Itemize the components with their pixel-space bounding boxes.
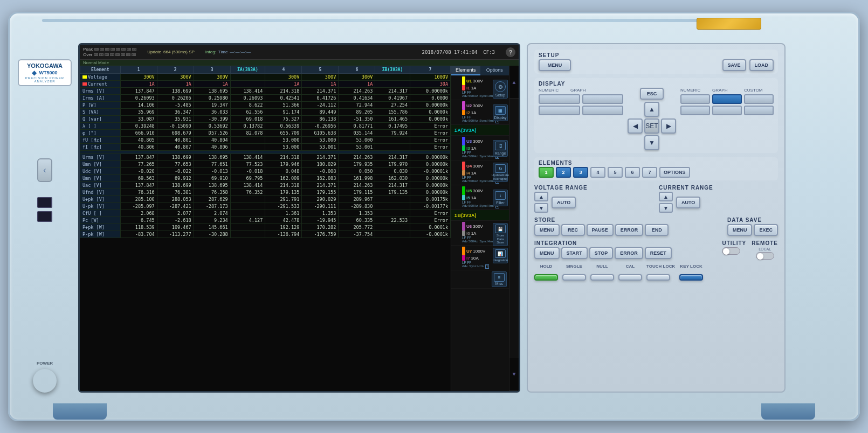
elem-color-u1: [462, 76, 465, 85]
start-btn[interactable]: START: [561, 247, 588, 259]
nav-up-btn[interactable]: ▲: [644, 102, 659, 117]
local-label: LOCAL: [759, 247, 771, 251]
display-btn[interactable]: ▦ Display: [493, 104, 508, 121]
store-datasave-btn[interactable]: 💾 StoreData Save: [493, 223, 508, 246]
integ-label: Integ:: [205, 50, 216, 54]
int-menu-btn[interactable]: MENU: [534, 247, 560, 259]
foot-bumper-left: [53, 403, 107, 420]
i-sigma-b: [375, 81, 410, 88]
element-row-1: U1 300V I1 1A LF FF Adv 500Hz: [451, 75, 509, 100]
hold-btn[interactable]: [534, 274, 558, 281]
tab-options[interactable]: Options: [480, 66, 509, 75]
table-row: Urms [V]137.847138.699138.695138.414214.…: [80, 154, 451, 161]
graph-label: GRAPH: [570, 88, 600, 93]
display-section: DISPLAY NUMERIC GRAPH: [534, 78, 778, 153]
range-btn[interactable]: ⇕ Range: [493, 140, 508, 157]
pause-btn[interactable]: PAUSE: [587, 224, 614, 236]
elem-btn-1[interactable]: 1: [539, 167, 554, 178]
elem-1-lfff: LF FF: [462, 90, 471, 94]
setup-btn[interactable]: ⚙ Setup: [493, 80, 508, 99]
table-row: Irms [A]0.260930.262060.259800.260930.42…: [80, 95, 451, 102]
current-range-down[interactable]: ▼: [659, 203, 673, 213]
elem-1-adv: Adv 500Hz: [462, 94, 478, 99]
null-btn[interactable]: [590, 274, 614, 281]
tab-elements[interactable]: Elements: [451, 66, 480, 75]
nav-down-btn[interactable]: ▼: [644, 135, 659, 150]
nav-right-btn[interactable]: ▶: [661, 118, 676, 134]
element-row-6: U6 300V I6 1A LF FF Adv 500Hz: [451, 221, 509, 246]
graph-btn-4[interactable]: [712, 106, 742, 115]
esc-button[interactable]: ESC: [640, 88, 664, 100]
end-btn[interactable]: END: [645, 224, 669, 236]
time-val: —:—:—:—: [230, 50, 251, 54]
integration-btn[interactable]: 📊 Integration: [493, 248, 508, 263]
elem-btn-3[interactable]: 3: [573, 167, 588, 178]
element-row-7: U7 1000V I7 30A LF FF Adv Syn: [451, 246, 509, 270]
elem-1-sync: Sync Hrm: [479, 94, 493, 99]
save-button[interactable]: SAVE: [722, 59, 746, 71]
usb-port-2[interactable]: [37, 211, 52, 222]
graph-btn-3[interactable]: [712, 94, 742, 104]
brand-subtitle: PRECISION POWER ANALYZER: [24, 76, 65, 83]
elem-btn-5[interactable]: 5: [608, 167, 623, 178]
setup-menu-button[interactable]: MENU: [539, 59, 571, 71]
misc-btn[interactable]: ≡ Misc: [492, 271, 507, 287]
elem-u1-label: U1: [466, 79, 472, 83]
touch-lock-btn[interactable]: [646, 274, 670, 281]
nav-arrow-left[interactable]: ‹: [37, 158, 52, 182]
exec-btn[interactable]: EXEC: [754, 224, 778, 236]
ds-menu-btn[interactable]: MENU: [727, 224, 753, 236]
table-row: Pc [W]6.745-2.6189.2344.12742.478-19.945…: [80, 217, 451, 224]
numeric-btn-3[interactable]: [680, 94, 710, 104]
custom-btn-1[interactable]: [744, 94, 774, 104]
power-button[interactable]: [33, 369, 57, 393]
elem-btn-4[interactable]: 4: [590, 167, 605, 178]
integ-area: Integ: Time —:—:—:—: [205, 50, 251, 54]
table-row: U+pk [V]285.100288.053287.629291.791290.…: [80, 196, 451, 203]
table-row: Ufnd [V]76.31676.38176.35876.352179.1351…: [80, 189, 451, 196]
current-range-up[interactable]: ▲: [659, 192, 673, 201]
key-lock-btn[interactable]: [679, 274, 703, 281]
v2: 300V: [157, 74, 194, 81]
numeric-btn-4[interactable]: [680, 106, 710, 115]
numeric-btn-1[interactable]: [539, 94, 580, 104]
single-btn[interactable]: [562, 274, 586, 281]
numeric-btn-2[interactable]: [539, 106, 580, 115]
elem-btn-6[interactable]: 6: [625, 167, 640, 178]
graph-btn-1[interactable]: [582, 94, 624, 104]
scroll-down-btn[interactable]: ▼: [509, 358, 519, 391]
elem-btn-7[interactable]: 7: [642, 167, 657, 178]
col-element: Element: [80, 66, 121, 74]
voltage-auto-btn[interactable]: AUTO: [552, 197, 576, 208]
voltage-range-down[interactable]: ▼: [534, 203, 548, 213]
rec-btn[interactable]: REC: [561, 224, 585, 236]
current-auto-btn[interactable]: AUTO: [676, 197, 700, 208]
scroll-up-btn[interactable]: ▲: [509, 66, 519, 99]
int-error-btn[interactable]: ERROR: [615, 247, 643, 259]
usb-port-1[interactable]: [37, 197, 52, 208]
graph-btn-2[interactable]: [582, 106, 624, 115]
elem-color-u6: [462, 222, 465, 231]
nav-set-btn[interactable]: SET: [644, 118, 659, 134]
nav-left-btn[interactable]: ◀: [628, 118, 643, 134]
load-button[interactable]: LOAD: [749, 59, 774, 71]
elem-btn-options[interactable]: OPTIONS: [659, 167, 690, 178]
voltage-range-up[interactable]: ▲: [534, 192, 548, 201]
i-sigma-a: [230, 81, 265, 88]
reset-btn[interactable]: RESET: [645, 247, 672, 259]
custom-btn-2[interactable]: [744, 106, 774, 115]
display-label: Display: [494, 116, 507, 120]
store-error-btn[interactable]: ERROR: [615, 224, 644, 236]
integration-section-label: INTEGRATION: [534, 240, 717, 246]
updaterate-btn[interactable]: ↻ UpdateRateAveraging: [493, 163, 508, 182]
remote-toggle[interactable]: [756, 252, 774, 260]
stop-btn[interactable]: STOP: [589, 247, 613, 259]
help-button[interactable]: ?: [506, 47, 515, 57]
filter-btn[interactable]: ↓ Filter: [493, 190, 508, 206]
utility-toggle[interactable]: [722, 247, 740, 255]
store-menu-btn[interactable]: MENU: [534, 224, 560, 236]
elem-btn-2[interactable]: 2: [556, 167, 571, 178]
cal-btn[interactable]: [618, 274, 642, 281]
range-section: VOLTAGE RANGE ▲ ▼ AUTO CURRENT RANGE ▲: [534, 185, 778, 213]
elem-color-i3: [462, 145, 465, 151]
